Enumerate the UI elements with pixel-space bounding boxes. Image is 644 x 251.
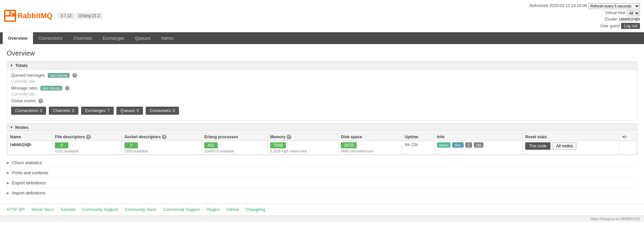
consumers-counter[interactable]: Consumers: 0 [146, 107, 179, 115]
svg-rect-4 [11, 14, 12, 15]
queued-idle-text: Currently idle [11, 79, 633, 84]
node-reset-stats: This node All nodes [523, 141, 619, 155]
node-disk: 36GB 8MB low watermark [338, 141, 402, 155]
all-nodes-button[interactable]: All nodes [552, 142, 576, 150]
queued-messages-label: Queued messages [11, 73, 45, 78]
sock-desc-help[interactable]: ? [162, 135, 167, 139]
cluster-value: rabbit@djh [619, 16, 640, 23]
statusbar: https://hkug.co.vm:8080/#/135 [0, 215, 644, 222]
counters-row: Connections: 0 Channels: 0 Exchanges: 7 … [11, 107, 633, 115]
node-name: rabbit@djh [7, 141, 52, 155]
user-row: User guest Log out [530, 23, 640, 29]
connections-counter[interactable]: Connections: 0 [11, 107, 46, 115]
col-reset-stats: Reset stats [523, 133, 619, 141]
server-docs-link[interactable]: Server Docs [31, 207, 53, 212]
plugins-link[interactable]: Plugins [207, 207, 220, 212]
nav-item-exchanges[interactable]: Exchanges [97, 32, 130, 44]
version-badges: 3.7.12 Erlang 21.2 [58, 13, 103, 19]
totals-content: Queued messages last minute ? Currently … [7, 70, 637, 120]
churn-statistics-row[interactable]: ▶ Churn statistics [7, 158, 637, 168]
community-slack-link[interactable]: Community Slack [125, 207, 156, 212]
logout-button[interactable]: Log out [621, 23, 640, 29]
file-desc-value: 0 [55, 142, 68, 148]
nav: Overview Connections Channels Exchanges … [0, 32, 644, 44]
node-info: basic disc 1 rss [434, 141, 523, 155]
node-socket-desc: 0 7280 available [121, 141, 201, 155]
logo-text: RabbitMQ [17, 11, 52, 20]
cluster-label: Cluster [605, 16, 617, 23]
col-disk-space: Disk space [338, 133, 402, 141]
user-value: guest [610, 23, 620, 29]
totals-section: ▼ Totals Queued messages last minute ? C… [7, 61, 637, 120]
refresh-select[interactable]: Refresh every 5 seconds Refresh every 10… [588, 3, 640, 9]
global-counts-row: Global counts ? [11, 99, 633, 103]
nav-item-queues[interactable]: Queues [130, 32, 156, 44]
changelog-link[interactable]: Changelog [246, 207, 265, 212]
col-plusminus[interactable]: +/- [619, 133, 637, 141]
ports-contexts-row[interactable]: ▶ Ports and contexts [7, 168, 637, 178]
community-support-link[interactable]: Community Support [82, 207, 118, 212]
node-memory: 78MB 3.2GB high watermark [267, 141, 338, 155]
message-rates-badge[interactable]: last minute [40, 86, 62, 91]
totals-arrow: ▼ [10, 64, 13, 67]
global-counts-help[interactable]: ? [38, 99, 43, 103]
nav-item-connections[interactable]: Connections [33, 32, 68, 44]
nav-item-channels[interactable]: Channels [68, 32, 97, 44]
top-right-info: Refreshed 2020-03-12 14:16:08 Refresh ev… [530, 3, 640, 29]
totals-header[interactable]: ▼ Totals [7, 61, 637, 70]
github-link[interactable]: GitHub [226, 207, 239, 212]
tag-rss[interactable]: rss [474, 142, 484, 148]
memory-help[interactable]: ? [287, 135, 291, 139]
tag-basic[interactable]: basic [437, 142, 451, 148]
import-definitions-section: ▶ Import definitions [7, 188, 637, 198]
col-uptime: Uptime [402, 133, 434, 141]
col-file-descriptors: File descriptors ? [52, 133, 121, 141]
queues-counter[interactable]: Queues: 0 [116, 107, 143, 115]
export-definitions-row[interactable]: ▶ Export definitions [7, 178, 637, 188]
tutorials-link[interactable]: Tutorials [60, 207, 76, 212]
footer: HTTP API Server Docs Tutorials Community… [0, 204, 644, 215]
ports-arrow: ▶ [7, 171, 9, 175]
nodes-label: Nodes [15, 125, 29, 130]
virtual-host-label: Virtual host [605, 10, 625, 16]
file-desc-avail: 8192 available [55, 149, 118, 153]
nav-item-admin[interactable]: Admin [156, 32, 179, 44]
disk-value: 36GB [341, 142, 357, 148]
erlang-badge: Erlang 21.2 [76, 13, 102, 19]
nodes-table-header-row: Name File descriptors ? Socket descripto… [7, 133, 637, 141]
ports-label: Ports and contexts [12, 170, 48, 175]
col-socket-descriptors: Socket descriptors ? [121, 133, 201, 141]
refreshed-label: Refreshed 2020-03-12 14:16:08 [530, 3, 587, 9]
disk-avail: 8MB low watermark [341, 149, 399, 153]
queued-time-badge[interactable]: last minute [48, 73, 70, 78]
file-desc-help[interactable]: ? [86, 135, 91, 139]
node-uptime: 4m 23s [402, 141, 434, 155]
nodes-content: Name File descriptors ? Socket descripto… [7, 133, 637, 155]
this-node-button[interactable]: This node [525, 142, 550, 150]
totals-label: Totals [15, 63, 28, 68]
churn-label: Churn statistics [12, 160, 42, 165]
http-api-link[interactable]: HTTP API [7, 207, 25, 212]
commercial-support-link[interactable]: Commercial Support [163, 207, 200, 212]
exchanges-counter[interactable]: Exchanges: 7 [81, 107, 114, 115]
export-arrow: ▶ [7, 181, 9, 185]
virtual-host-select[interactable]: All [627, 10, 640, 16]
tag-disc[interactable]: disc [452, 142, 464, 148]
export-label: Export definitions [12, 180, 46, 185]
import-definitions-row[interactable]: ▶ Import definitions [7, 188, 637, 198]
rabbitmq-logo-icon [4, 10, 16, 22]
cluster-row: Cluster rabbit@djh [530, 16, 640, 23]
nav-item-overview[interactable]: Overview [3, 32, 33, 44]
import-label: Import definitions [12, 190, 45, 195]
col-erlang-processes: Erlang processes [202, 133, 267, 141]
channels-counter[interactable]: Channels: 0 [49, 107, 78, 115]
queued-messages-help[interactable]: ? [72, 73, 77, 78]
export-definitions-section: ▶ Export definitions [7, 178, 637, 188]
user-label: User [600, 23, 608, 29]
nodes-header[interactable]: ▼ Nodes [7, 123, 637, 132]
memory-avail: 3.2GB high watermark [270, 149, 335, 153]
message-rates-help[interactable]: ? [65, 86, 70, 91]
churn-arrow: ▶ [7, 161, 9, 165]
virtual-host-row: Virtual host All [530, 10, 640, 16]
tag-1[interactable]: 1 [465, 142, 472, 148]
